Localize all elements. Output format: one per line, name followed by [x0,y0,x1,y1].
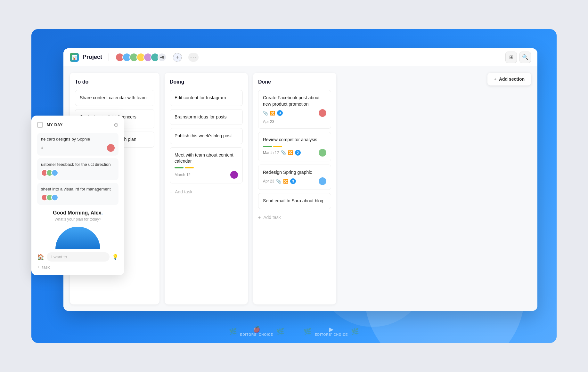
task-card[interactable]: Brainstorm ideas for posts [170,109,243,125]
my-day-avatars [41,194,58,201]
task-date: Apr 23 [263,119,274,124]
badge-label-2: ▶ EDITORS' CHOICE [315,326,348,336]
project-title: Project [83,54,102,61]
my-day-avatars [41,169,58,176]
add-section-button[interactable]: + Add section [487,73,531,85]
app-window: 📊 Project +8 + ··· ⊞ 🔍 [63,48,537,311]
more-options-button[interactable]: ··· [188,53,199,62]
header-left: 📊 Project +8 + ··· [70,53,505,62]
task-title: Create Facebook post about new product p… [263,95,320,107]
add-icon: + [37,265,40,270]
task-date: March 12 [175,173,191,177]
search-icon-button[interactable]: 🔍 [519,52,531,63]
my-day-task[interactable]: ne card designs by Sophie 4 [37,133,118,156]
progress-bar-green [175,167,184,168]
app-header: 📊 Project +8 + ··· ⊞ 🔍 [63,48,537,66]
attachment-icon: 📎 [263,111,268,116]
avatar [51,194,58,201]
task-title: Redesign Spring graphic [263,170,312,175]
play-icon: ▶ [315,326,348,333]
task-date: March 12 [263,150,279,155]
header-divider [109,53,109,61]
lightbulb-icon[interactable]: 💡 [112,254,118,260]
task-assignee-avatar [319,109,326,117]
spacer [341,73,482,304]
branch-icon: 🔀 [283,179,288,184]
my-day-task-date: 4 [41,146,43,150]
task-title: Share content calendar with team [80,95,147,100]
task-card[interactable]: Publish this week's blog post [170,128,243,144]
task-card[interactable]: Redesign Spring graphic Apr 23 📎 🔀 3 [258,165,331,190]
add-section-label: Add section [499,77,525,82]
task-title: Publish this week's blog post [175,133,232,138]
progress-bar-yellow [185,167,194,168]
progress-bars [263,146,326,147]
task-icons: 📎 🔀 3 [263,109,326,117]
bottom-bar: 🌿 🍎 EDITORS' CHOICE 🌿 🌿 ▶ EDITORS' CHOIC… [229,326,359,336]
task-title: Send email to Sara about blog [263,198,323,203]
my-day-task[interactable]: sheet into a visual rd for management [37,183,118,205]
task-date: Apr 23 [263,179,274,183]
greeting-text: Good Morning, Alex. [37,210,118,216]
leaf-icon-left: 🌿 [229,328,237,335]
home-icon[interactable]: 🏠 [37,254,44,261]
search-input-small[interactable]: I want to... [47,252,110,262]
greeting-dot: . [101,210,102,215]
apple-icon: 🍎 [240,326,273,333]
my-day-close-icon[interactable]: ⊖ [114,121,118,128]
comment-badge: 3 [290,178,296,184]
my-day-header: MY DAY ⊖ [37,121,118,128]
task-card[interactable]: Meet with team about content calendar Ma… [170,147,243,183]
editors-choice-badge-2: 🌿 ▶ EDITORS' CHOICE 🌿 [304,326,359,336]
branch-icon: 🔀 [270,111,275,116]
comment-badge: 3 [277,110,283,116]
task-card[interactable]: Review competitor analysis March 12 📎 🔀 … [258,132,331,161]
branch-icon: 🔀 [288,150,293,155]
attachment-icon: 📎 [281,150,286,155]
my-day-task-avatar [107,144,115,152]
my-day-task-meta [41,169,115,176]
add-icon: + [258,215,261,220]
task-icons: March 12 📎 🔀 2 [263,149,326,157]
my-day-task-title: ustomer feedback for the uct direction [41,162,115,167]
task-card[interactable]: Edit content for Instagram [170,90,243,106]
progress-bars [175,167,238,168]
my-day-checkbox[interactable] [37,122,43,128]
project-icon: 📊 [70,53,79,62]
add-member-button[interactable]: + [173,53,182,62]
leaf-icon-right: 🌿 [351,328,359,335]
task-card[interactable]: Create Facebook post about new product p… [258,90,331,129]
progress-bar-yellow [273,146,282,147]
add-task-row: + task [37,265,118,270]
avatar [51,169,58,176]
todo-column-title: To do [75,79,154,85]
my-day-task[interactable]: ustomer feedback for the uct direction [37,158,118,180]
my-day-task-title: sheet into a visual rd for management [41,187,115,191]
task-title: Review competitor analysis [263,137,317,142]
task-card[interactable]: Send email to Sara about blog [258,193,331,209]
progress-bar-green [263,146,272,147]
task-assignee-avatar [319,177,326,185]
add-task-label: task [42,265,50,270]
layout-icon-button[interactable]: ⊞ [505,52,517,63]
attachment-icon: 📎 [276,179,281,184]
bottom-search-bar: 🏠 I want to... 💡 [37,252,118,262]
doing-column-title: Doing [170,79,243,85]
avatar-group: +8 [115,53,167,62]
add-icon: + [170,189,172,194]
my-day-task-title: ne card designs by Sophie [41,137,115,142]
task-title: Meet with team about content calendar [175,152,233,164]
greeting-sub: What's your plan for today? [37,217,118,222]
add-section-icon: + [494,77,496,82]
add-task-button[interactable]: + Add task [258,212,331,222]
add-task-button[interactable]: + Add task [170,187,243,197]
greeting-section: Good Morning, Alex. What's your plan for… [37,210,118,224]
my-day-title: MY DAY [47,123,114,127]
badge-label-1: 🍎 EDITORS' CHOICE [240,326,273,336]
semicircle-graphic [55,227,100,249]
task-assignee-avatar [319,149,326,157]
task-card[interactable]: Share content calendar with team [75,90,154,106]
my-day-task-meta: 4 [41,144,115,152]
comment-badge: 2 [295,150,301,156]
avatar-count: +8 [158,53,167,62]
